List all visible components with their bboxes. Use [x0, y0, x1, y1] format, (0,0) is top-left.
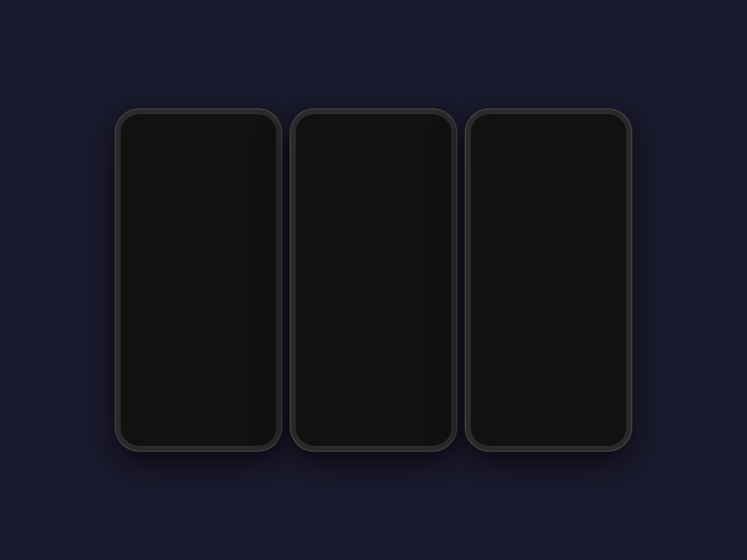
xiaomi-app-label: Xiaomi Community [422, 271, 446, 281]
app-settings[interactable]: ⚙️ Настройки [303, 246, 326, 281]
wifi-icon: ▲ [251, 122, 255, 126]
humidity-widget[interactable]: 🍃 68% [202, 209, 229, 237]
messages-app-icon: 💬 [333, 407, 355, 428]
themes-app-label: Темы [429, 234, 439, 238]
page-dot-2-p3 [550, 398, 553, 401]
app-gallery-p3[interactable]: 🖼️ Галерея [507, 209, 531, 238]
music-app-label: Музыка [368, 234, 381, 238]
app-grid-row2: ⚙️ Настройки 🛡️ Безопасность [295, 242, 452, 285]
app-security[interactable]: 🛡️ Безопасность [332, 246, 356, 281]
app-grid-row1: 🌤️ Погода 🖼️ Галерея ♪ Музыка [295, 204, 452, 242]
opera-app-icon: O 3 [355, 407, 376, 428]
mail-app-icon: @ [392, 246, 416, 270]
app-music[interactable]: ♪ Музыка [362, 209, 386, 238]
weather-bar-dot [342, 173, 346, 177]
whatsapp-icon-p3: 📱 [573, 407, 594, 428]
dynamic-island [174, 130, 222, 141]
settings-icon-p3: ⚙️ [478, 247, 501, 270]
app-music-p3[interactable]: ♪ Музыка [537, 209, 561, 238]
app-weather-p3[interactable]: 🌤️ Погода [478, 209, 501, 238]
music-app-icon: ♪ [362, 209, 386, 232]
weather-desc: Облачно [308, 159, 366, 164]
dock-messages[interactable]: 💬 [333, 407, 355, 428]
telegram-badge: 1 [435, 405, 442, 410]
time-red-divider [381, 164, 394, 165]
mail-label-p3: Почта Mail.ru [568, 272, 590, 276]
xiaomi-badge: 9 [441, 244, 448, 249]
diamond-widget[interactable]: 💎 [236, 209, 259, 233]
dock-camera-p3[interactable]: 📷 [551, 407, 573, 428]
dock-telegram-p3[interactable]: ✈ 1 [594, 407, 615, 428]
app-grid-row1-p3: 🌤️ Погода 🖼️ Галерея ♪ Музыка [470, 204, 627, 242]
weather-range: 0° 2° [308, 173, 366, 178]
music-label-p3: Музыка [543, 234, 556, 238]
settings-app-icon: ⚙️ [303, 246, 326, 270]
status-dot-orange [304, 124, 307, 127]
app-weather[interactable]: 🌤️ Погода [303, 209, 326, 238]
app-mail[interactable]: @ Почта Mail.ru [392, 246, 416, 281]
gallery-icon-p3: 🖼️ [507, 209, 531, 232]
carrier-label: MGTS 🇷🇺 | M [130, 121, 159, 126]
themes-badge-p3: 1 [616, 206, 623, 211]
dock-telegram[interactable]: ✈ 1 [419, 407, 440, 428]
dock-phone-p3[interactable]: 📞 [487, 407, 508, 428]
weather-widget-wrapper: 2° ⛅ Облачно Хорошево-Мнев 0° 2° [303, 139, 371, 198]
app-xiaomi-p3[interactable]: 🦊 9 Xiaomi Community [597, 247, 621, 281]
dock-phone[interactable]: 📞 [312, 407, 333, 428]
themes-label-p3: Темы [604, 234, 614, 238]
photos-icon-p3 [537, 247, 561, 270]
bt-icon-p3: ✱ [584, 124, 588, 129]
page-dots [295, 398, 452, 401]
time-split-widget-wrapper: 20 44 12 Click this rangeToggle Animatio… [478, 139, 546, 198]
device-widget[interactable]: 📱 [138, 209, 161, 233]
dock-camera[interactable]: 📷 [376, 407, 398, 428]
app-xiaomi[interactable]: 🦊 9 Xiaomi Community [422, 246, 446, 281]
widgets-row: 2° ⛅ Облачно Хорошево-Мнев 0° 2° [295, 135, 452, 202]
time-split-widget[interactable]: 20 44 12 Click this rangeToggle Animatio… [478, 139, 546, 191]
dock-messages-p3[interactable]: 💬 [508, 407, 530, 428]
c-blue-p3 [542, 255, 548, 262]
time-split-minute: 44 [483, 158, 499, 173]
temp-widget[interactable]: 2°C 0 2 [168, 209, 195, 237]
battery-icon-row [556, 143, 614, 151]
flashlight-button[interactable]: 🔦 [133, 410, 156, 434]
phone-2: ··· ✱ ▲▲▲ ▲ 62% 2° ⛅ [291, 109, 456, 451]
page-dots-p3 [470, 398, 627, 401]
time-widget[interactable]: 20:43 Friday 1 March Let is relax [376, 139, 444, 191]
lock-time: 21:32 [120, 160, 277, 196]
app-gallery[interactable]: 🖼️ Галерея [332, 209, 356, 238]
translate-label-p3: Переводчик [569, 234, 590, 238]
themes-app-icon: 🎨 1 [422, 209, 446, 232]
widgets-row-p3: 20 44 12 Click this rangeToggle Animatio… [470, 135, 627, 202]
weather-widget-label: Weather [303, 189, 371, 194]
app-mail-p3[interactable]: @ Почта Mail.ru [567, 247, 591, 281]
weather-icon-p3: 🌤️ [478, 209, 501, 232]
app-photos[interactable]: Фото [362, 246, 386, 281]
bt-icon: ✱ [409, 124, 413, 129]
home-indicator [177, 442, 220, 443]
weather-cloud-icon: ⛅ [352, 145, 366, 158]
app-photos-p3[interactable]: Фото [537, 247, 561, 281]
dock-opera-p3[interactable]: O 3 [530, 407, 551, 428]
app-translate[interactable]: G↔ Переводчик [392, 209, 416, 238]
app-themes-p3[interactable]: 🎨 1 Темы [597, 209, 621, 238]
app-themes[interactable]: 🎨 1 Темы [422, 209, 446, 238]
app-settings-p3[interactable]: ⚙️ Настройки [478, 247, 501, 281]
dynamic-island-p3 [520, 121, 557, 131]
dock-whatsapp[interactable]: 📱 [398, 407, 419, 428]
dock-whatsapp-p3[interactable]: 📱 [573, 407, 594, 428]
battery-progress-bar [556, 181, 614, 183]
dock-opera[interactable]: O 3 [355, 407, 376, 428]
gallery-app-icon: 🖼️ [332, 209, 356, 232]
camera-button[interactable]: 📷 [241, 410, 264, 434]
page-dot-1-p3 [545, 398, 547, 401]
app-security-p3[interactable]: 🛡️ Безопасность [507, 247, 531, 281]
time-widget-wrapper: 20:43 Friday 1 March Let is relax Time [376, 139, 444, 198]
app-translate-p3[interactable]: G↔ Переводчик [567, 209, 591, 238]
time-split-date: Friday 1 March [483, 175, 541, 187]
battery-minutes-text: 20 Minutes to Full [556, 168, 614, 174]
time-widget-label: Time [376, 193, 444, 198]
weather-widget[interactable]: 2° ⛅ Облачно Хорошево-Мнев 0° 2° [303, 139, 371, 187]
gallery-label-p3: Галерея [512, 234, 527, 238]
battery-widget[interactable]: Battery 63% 20 Minutes to Full [551, 139, 619, 187]
